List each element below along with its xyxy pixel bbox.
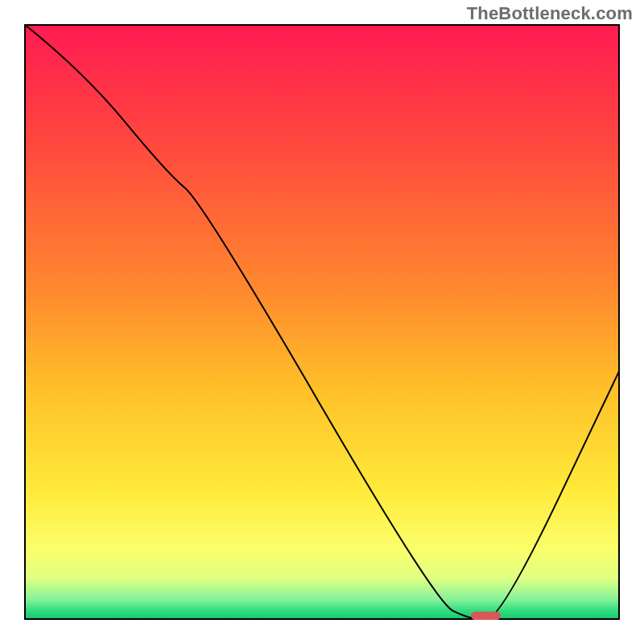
chart-container: TheBottleneck.com — [0, 0, 644, 644]
gradient-background — [24, 24, 620, 620]
bottleneck-chart — [24, 24, 620, 620]
target-marker — [471, 612, 501, 620]
watermark-label: TheBottleneck.com — [467, 3, 633, 24]
